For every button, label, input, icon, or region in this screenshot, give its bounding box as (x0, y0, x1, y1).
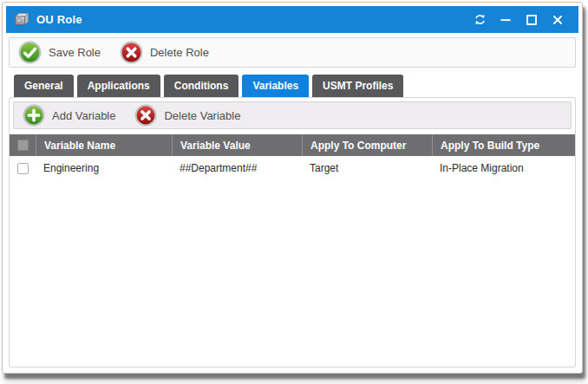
column-header-apply-to-computer[interactable]: Apply To Computer (302, 134, 432, 156)
ou-role-dialog: OU Role (2, 2, 583, 374)
delete-variable-button[interactable]: Delete Variable (134, 104, 240, 127)
variables-toolbar: Add Variable Delete Variable (13, 101, 572, 129)
grid-empty-area (10, 180, 575, 367)
tab-conditions[interactable]: Conditions (164, 75, 239, 97)
maximize-icon (526, 14, 538, 26)
titlebar[interactable]: OU Role (6, 6, 578, 33)
tab-usmt-profiles[interactable]: USMT Profiles (312, 75, 403, 97)
select-all-cell (10, 134, 36, 156)
row-checkbox-cell (10, 163, 36, 174)
variables-grid: Variable Name Variable Value Apply To Co… (10, 134, 575, 367)
window-controls (473, 13, 572, 27)
tab-strip: General Applications Conditions Variable… (14, 75, 578, 97)
add-variable-label: Add Variable (52, 109, 115, 122)
close-button[interactable] (551, 13, 565, 27)
screen: OU Role (0, 0, 588, 384)
column-header-variable-value[interactable]: Variable Value (172, 134, 302, 156)
refresh-icon (474, 13, 487, 26)
ou-role-icon (13, 12, 29, 28)
column-header-variable-name[interactable]: Variable Name (36, 134, 172, 156)
tab-variables[interactable]: Variables (242, 75, 309, 97)
maximize-button[interactable] (525, 13, 539, 27)
save-role-label: Save Role (49, 46, 101, 59)
role-toolbar: Save Role Delete Role (9, 37, 576, 68)
cell-variable-name: Engineering (36, 162, 172, 174)
row-checkbox[interactable] (17, 163, 29, 174)
delete-x-icon (134, 104, 157, 127)
select-all-checkbox[interactable] (17, 140, 29, 151)
minimize-button[interactable] (499, 13, 513, 27)
cell-variable-value: ##Department## (172, 162, 302, 174)
tab-applications[interactable]: Applications (77, 75, 160, 97)
delete-role-button[interactable]: Delete Role (120, 41, 209, 64)
delete-role-label: Delete Role (150, 46, 209, 59)
add-variable-button[interactable]: Add Variable (23, 104, 115, 127)
delete-variable-label: Delete Variable (164, 109, 240, 122)
cell-apply-to-computer: Target (302, 162, 432, 174)
tab-general[interactable]: General (14, 75, 74, 97)
delete-x-icon (120, 41, 143, 64)
variables-tab-panel: Add Variable Delete Variable (9, 97, 576, 368)
table-row[interactable]: Engineering ##Department## Target In-Pla… (10, 156, 575, 180)
save-role-button[interactable]: Save Role (18, 41, 101, 64)
grid-header: Variable Name Variable Value Apply To Co… (10, 134, 575, 156)
save-check-icon (18, 41, 42, 64)
close-icon (552, 14, 564, 26)
window-title: OU Role (36, 13, 82, 26)
refresh-button[interactable] (473, 13, 487, 27)
minimize-icon (500, 14, 512, 26)
add-plus-icon (23, 104, 45, 127)
cell-apply-to-build-type: In-Place Migration (432, 162, 575, 174)
column-header-apply-to-build-type[interactable]: Apply To Build Type (432, 134, 575, 156)
